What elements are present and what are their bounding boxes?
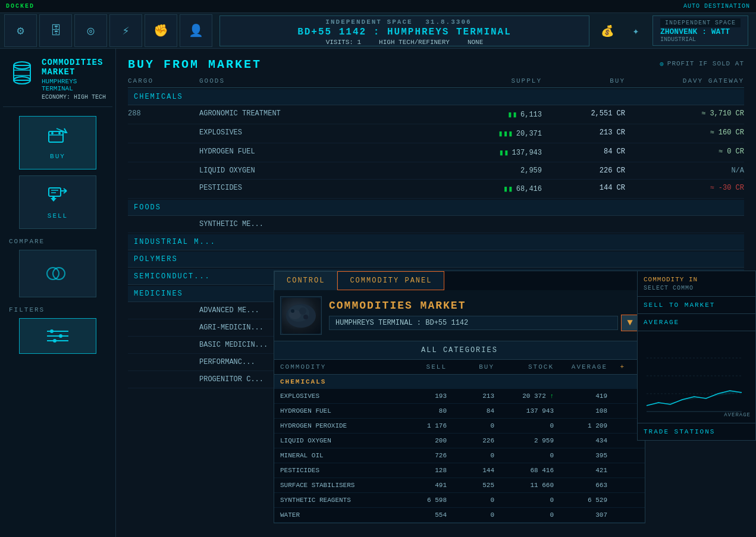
- item-average: 395: [554, 452, 607, 459]
- goods-name: EXPLOSIVES: [199, 128, 423, 139]
- average-chart-label: AVERAGE: [724, 412, 751, 418]
- buy-price: 2,551 CR: [542, 109, 625, 120]
- supply-bars-icon: ▮▮: [507, 109, 517, 120]
- overlay-thumbnail: [280, 296, 322, 335]
- list-item[interactable]: WATER 554 0 0 307: [274, 508, 645, 523]
- list-item[interactable]: LIQUID OXYGEN 200 226 2 959 434: [274, 434, 645, 448]
- item-stock: 2 959: [494, 437, 554, 444]
- item-sell: 80: [399, 407, 447, 414]
- overlay-title-block: COMMODITIES MARKET HUMPHREYS TERMINAL : …: [329, 300, 639, 331]
- item-name: MINERAL OIL: [280, 452, 399, 459]
- table-row[interactable]: SYNTHETIC ME...: [128, 216, 744, 233]
- cargo-value: [128, 324, 199, 332]
- item-buy: 144: [447, 467, 494, 474]
- right-station-title: ZHONVENK : WATT: [660, 27, 741, 36]
- sidebar-title-block: COMMODITIES MARKET HUMPHREYS TERMINAL EC…: [42, 58, 106, 101]
- list-item[interactable]: HYDROGEN PEROXIDE 1 176 0 0 1 209: [274, 419, 645, 434]
- item-name: HYDROGEN FUEL: [280, 407, 399, 414]
- overlay-dropdown-btn[interactable]: ▼: [621, 315, 639, 331]
- sell-button[interactable]: SELL: [19, 175, 96, 229]
- nav-settings-icon[interactable]: ⚙: [4, 14, 37, 47]
- item-stock: 0: [494, 497, 554, 504]
- tab-commodity-panel[interactable]: COMMODITY PANEL: [337, 271, 444, 290]
- docked-label: DOCKED: [6, 3, 34, 10]
- item-average: 419: [554, 392, 607, 400]
- item-buy: 226: [447, 437, 494, 444]
- item-extra: [607, 422, 625, 429]
- barrel-icon: [9, 58, 36, 87]
- buy-button[interactable]: BUY: [19, 116, 96, 169]
- svg-point-26: [289, 310, 301, 319]
- list-item[interactable]: SYNTHETIC REAGENTS 6 598 0 0 6 529: [274, 493, 645, 508]
- item-name: WATER: [280, 511, 399, 519]
- svg-point-8: [58, 132, 61, 134]
- cargo-value: [128, 375, 199, 384]
- tab-control[interactable]: CONTROL: [274, 271, 337, 290]
- list-item[interactable]: SURFACE STABILISERS 491 525 11 660 663: [274, 478, 645, 493]
- compare-button[interactable]: [19, 250, 96, 297]
- table-row[interactable]: HYDROGEN FUEL ▮▮ 137,943 84 CR ≈ 0 CR: [128, 143, 744, 162]
- nav-profile-icon[interactable]: 👤: [180, 14, 212, 47]
- supply-num: 6,113: [520, 111, 542, 119]
- supply-num: 137,943: [512, 149, 542, 157]
- item-sell: 726: [399, 452, 447, 459]
- table-row[interactable]: PESTICIDES ▮▮ 68,416 144 CR ≈ -30 CR: [128, 180, 744, 199]
- dest-price: ≈ -30 CR: [625, 184, 744, 194]
- item-name: SYNTHETIC REAGENTS: [280, 497, 399, 504]
- list-item[interactable]: HYDROGEN FUEL 80 84 137 943 108: [274, 404, 645, 419]
- buy-price: 144 CR: [542, 184, 625, 194]
- nav-action-icon[interactable]: ✊: [145, 14, 177, 47]
- overlay-location-row: HUMPHREYS TERMINAL : BD+55 1142 ▼: [329, 315, 639, 331]
- supply-value: [423, 220, 542, 228]
- nav-currency-icon[interactable]: 💰: [595, 19, 619, 43]
- svg-point-23: [53, 339, 57, 343]
- market-title: BUY FROM MARKET: [128, 58, 262, 71]
- table-row[interactable]: EXPLOSIVES ▮▮▮ 20,371 213 CR ≈ 160 CR: [128, 124, 744, 143]
- goods-name: AGRONOMIC TREATMENT: [199, 109, 423, 120]
- filters-section: FILTERS: [3, 306, 112, 354]
- filter-button[interactable]: [19, 318, 96, 354]
- col-plus[interactable]: +: [607, 363, 625, 370]
- item-buy: 0: [447, 422, 494, 429]
- list-item[interactable]: EXPLOSIVES 193 213 20 372 ↑ 419: [274, 389, 645, 404]
- dest-price: ≈ 0 CR: [625, 147, 744, 158]
- item-sell: 128: [399, 467, 447, 474]
- svg-point-22: [59, 334, 62, 338]
- svg-point-27: [299, 307, 306, 315]
- nav-data-icon[interactable]: 🗄: [39, 14, 72, 47]
- item-name: LIQUID OXYGEN: [280, 437, 399, 444]
- buy-price: 84 CR: [542, 147, 625, 158]
- item-stock: 20 372 ↑: [494, 392, 554, 400]
- buy-label: BUY: [50, 153, 65, 160]
- list-item[interactable]: MINERAL OIL 726 0 0 395: [274, 448, 645, 463]
- economy-label: HIGH TECH/REFINERY: [379, 39, 450, 46]
- col-stock: STOCK: [494, 363, 554, 370]
- overlay-filter-bar[interactable]: ALL CATEGORIES: [274, 341, 645, 360]
- buy-price: 213 CR: [542, 128, 625, 139]
- overlay-table-body: CHEMICALS EXPLOSIVES 193 213 20 372 ↑ 41…: [274, 375, 645, 523]
- item-extra: [607, 392, 625, 400]
- nav-star-icon[interactable]: ✦: [624, 19, 648, 43]
- col-dest: DAVY GATEWAY: [625, 77, 744, 84]
- supply-value: 2,959: [423, 167, 542, 175]
- commodity-chart: AVERAGE: [638, 331, 755, 423]
- dest-price: N/A: [625, 167, 744, 175]
- cargo-value: [128, 358, 199, 366]
- supply-num: 68,416: [516, 185, 542, 193]
- list-item[interactable]: PESTICIDES 128 144 68 416 421: [274, 463, 645, 478]
- item-buy: 0: [447, 497, 494, 504]
- table-row[interactable]: LIQUID OXYGEN 2,959 226 CR N/A: [128, 162, 744, 180]
- goods-name: PESTICIDES: [199, 184, 423, 194]
- sidebar-economy: ECONOMY: HIGH TECH: [42, 94, 106, 101]
- dest-price: ≈ 160 CR: [625, 128, 744, 139]
- table-row[interactable]: 288 AGRONOMIC TREATMENT ▮▮ 6,113 2,551 C…: [128, 105, 744, 124]
- svg-rect-10: [49, 188, 61, 196]
- sidebar: COMMODITIES MARKET HUMPHREYS TERMINAL EC…: [0, 49, 116, 537]
- allegiance-label: NONE: [468, 39, 483, 46]
- cargo-value: [128, 220, 199, 228]
- item-extra: [607, 511, 625, 519]
- sidebar-header: COMMODITIES MARKET HUMPHREYS TERMINAL EC…: [3, 55, 112, 107]
- average-section: AVERAGE: [638, 314, 755, 331]
- nav-target-icon[interactable]: ◎: [74, 14, 107, 47]
- nav-network-icon[interactable]: ⚡: [109, 14, 142, 47]
